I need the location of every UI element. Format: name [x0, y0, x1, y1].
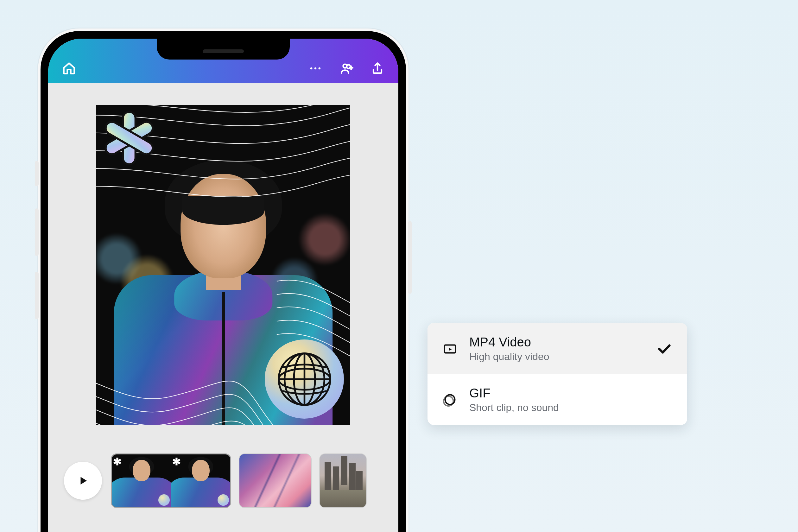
svg-point-2 — [319, 68, 321, 70]
play-button[interactable] — [64, 462, 102, 500]
export-option-title: MP4 Video — [469, 335, 645, 349]
gif-icon — [441, 391, 458, 408]
svg-point-0 — [310, 68, 312, 70]
phone-device-frame: ✱ ✱ — [38, 28, 408, 532]
export-option-gif[interactable]: GIF Short clip, no sound — [428, 374, 687, 425]
share-icon — [370, 61, 384, 75]
phone-screen: ✱ ✱ — [48, 39, 398, 532]
collaborate-button[interactable] — [338, 60, 355, 77]
thumbnail-list: ✱ ✱ — [111, 454, 367, 508]
phone-side-button — [35, 208, 39, 256]
phone-side-button — [35, 272, 39, 319]
more-button[interactable] — [307, 60, 324, 77]
check-icon — [656, 340, 673, 358]
svg-point-1 — [315, 68, 317, 70]
phone-side-button — [35, 161, 39, 186]
globe-sticker[interactable] — [265, 340, 344, 419]
video-file-icon — [441, 340, 458, 357]
design-canvas[interactable] — [96, 105, 350, 425]
timeline-strip: ✱ ✱ — [48, 438, 398, 524]
asterisk-sticker[interactable] — [101, 110, 158, 167]
more-icon — [308, 61, 322, 75]
export-format-panel: MP4 Video High quality video GIF Short c… — [428, 323, 687, 425]
phone-notch — [157, 39, 290, 59]
timeline-thumbnail[interactable] — [239, 454, 311, 508]
export-option-subtitle: High quality video — [469, 351, 645, 363]
play-icon — [77, 475, 89, 487]
collaborate-icon — [340, 61, 354, 75]
home-button[interactable] — [61, 60, 77, 77]
export-option-subtitle: Short clip, no sound — [469, 402, 673, 414]
share-button[interactable] — [369, 60, 386, 77]
home-icon — [62, 61, 76, 75]
timeline-thumbnail[interactable]: ✱ ✱ — [111, 454, 231, 508]
timeline-thumbnail[interactable] — [319, 454, 367, 508]
phone-side-button — [408, 221, 412, 294]
export-option-title: GIF — [469, 385, 673, 401]
export-option-mp4[interactable]: MP4 Video High quality video — [428, 323, 687, 374]
editor-canvas-area — [48, 83, 398, 438]
